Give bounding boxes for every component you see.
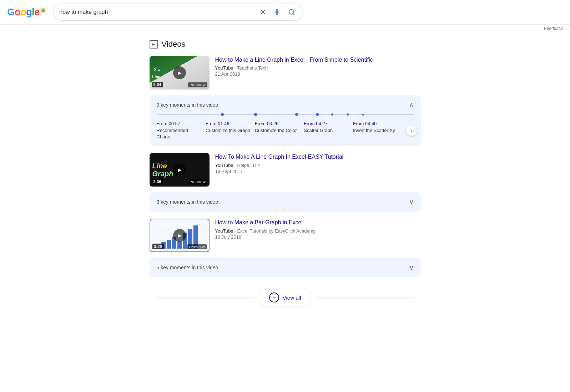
search-input[interactable]: how to make graph	[59, 9, 258, 15]
duration-badge-3: 3:20	[152, 244, 164, 249]
video-thumbnail-2[interactable]: Line Graph 2:36 PREVIEW	[150, 153, 210, 187]
key-moment-item-1: From 00:57 Recommended Charts	[157, 121, 206, 140]
divider-right	[317, 297, 413, 298]
video-channel-1: Teacher's Tech	[237, 65, 268, 71]
timeline-dot-6	[347, 113, 349, 116]
timeline-dot-1	[221, 113, 224, 116]
key-moment-item-5: From 04:40 Insert the Scatter Xy	[353, 121, 414, 140]
video-thumbnail-3[interactable]: 3:20 PREVIEW	[150, 219, 210, 252]
video-source-3: YouTube	[215, 228, 233, 234]
play-button-2[interactable]	[173, 163, 186, 176]
bar-2	[167, 240, 171, 249]
videos-section-header: Videos	[150, 40, 421, 49]
video-channel-2: Helpful DIY	[237, 163, 261, 168]
video-info-1: How to Make a Line Graph in Excel - From…	[215, 56, 421, 77]
video-info-3: How to Make a Bar Graph in Excel YouTube…	[215, 219, 421, 239]
key-moments-list-1: From 00:57 Recommended Charts From 01:46…	[157, 121, 414, 140]
clear-button[interactable]	[258, 7, 268, 17]
feedback-area: Feedback	[0, 25, 570, 32]
video-info-2: How To Make A Line Graph In Excel-EASY T…	[215, 153, 421, 174]
microphone-icon	[273, 9, 281, 16]
feedback-link[interactable]: Feedback	[544, 26, 563, 31]
excel-badge: X ≡	[152, 67, 162, 72]
play-button-1[interactable]	[173, 66, 186, 79]
video-source-1: YouTube	[215, 65, 233, 71]
video-meta-1: YouTube · Teacher's Tech	[215, 65, 421, 71]
timeline-track-1	[157, 114, 414, 115]
key-moment-desc-5: Insert the Scatter Xy	[353, 127, 399, 134]
preview-badge-2: PREVIEW	[188, 179, 207, 184]
key-moments-label-3: 5 key moments in this video	[157, 265, 218, 270]
key-moment-item-3: From 03:26 Customize the Color	[255, 121, 304, 140]
search-bar-icons	[258, 7, 297, 17]
line-text-2: Graph	[152, 170, 173, 178]
video-meta-3: YouTube · Excel Tutorials by EasyClick A…	[215, 228, 421, 234]
video-title-3[interactable]: How to Make a Bar Graph in Excel	[215, 219, 303, 225]
key-moment-item-2: From 01:46 Customize this Graph	[206, 121, 255, 140]
timeline-dot-3	[295, 113, 298, 116]
key-moment-time-1[interactable]: From 00:57	[157, 121, 203, 126]
video-card-1: X ≡ Line 9:04 PREVIEW How to Make a Line…	[150, 56, 421, 90]
bar-4	[177, 241, 182, 249]
google-logo: Google 🐱	[7, 6, 47, 18]
key-moments-label-2: 3 key moments in this video	[157, 199, 218, 205]
voice-search-button[interactable]	[272, 7, 282, 17]
key-moments-collapsed-3[interactable]: 5 key moments in this video ∨	[150, 258, 421, 277]
key-moment-time-3[interactable]: From 03:26	[255, 121, 301, 126]
key-moment-time-5[interactable]: From 04:40	[353, 121, 399, 126]
video-date-2: 19 Sept 2017	[215, 169, 421, 174]
line-label: Line	[152, 75, 161, 79]
key-moment-desc-4: Scatter Graph	[304, 127, 350, 134]
divider-left	[157, 297, 253, 298]
preview-badge-1: PREVIEW	[188, 82, 207, 87]
timeline-dot-5	[331, 113, 333, 116]
key-moment-desc-3: Customize the Color	[255, 127, 301, 134]
video-card-2: Line Graph 2:36 PREVIEW How To Make A Li…	[150, 153, 421, 187]
view-all-button[interactable]: → View all	[259, 288, 311, 307]
timeline-dot-2	[254, 113, 257, 116]
close-icon	[260, 9, 266, 15]
play-button-3[interactable]	[173, 229, 186, 242]
key-moments-collapsed-2[interactable]: 3 key moments in this video ∨	[150, 192, 421, 212]
search-bar: how to make graph	[53, 4, 303, 21]
next-moments-button-1[interactable]: ›	[406, 125, 417, 136]
expand-button-2[interactable]: ∨	[409, 198, 414, 206]
key-moment-time-2[interactable]: From 01:46	[206, 121, 252, 126]
timeline-dot-4	[316, 113, 319, 116]
line-text-1: Line	[152, 162, 167, 170]
collapse-button-1[interactable]: ∧	[409, 101, 414, 109]
video-card-3: 3:20 PREVIEW How to Make a Bar Graph in …	[150, 219, 421, 252]
video-title-2[interactable]: How To Make A Line Graph In Excel-EASY T…	[215, 154, 344, 160]
view-all-container: → View all	[150, 288, 421, 307]
key-moment-time-4[interactable]: From 04:27	[304, 121, 350, 126]
view-all-label: View all	[283, 295, 301, 301]
expand-button-3[interactable]: ∨	[409, 264, 414, 271]
video-meta-2: YouTube · Helpful DIY	[215, 163, 421, 168]
video-date-1: 21 Apr 2019	[215, 71, 421, 77]
video-channel-3: Excel Tutorials by EasyClick Academy	[237, 228, 316, 234]
video-title-1[interactable]: How to Make a Line Graph in Excel - From…	[215, 57, 373, 63]
key-moment-desc-1: Recommended Charts	[157, 127, 203, 140]
key-moments-header-1: 9 key moments in this video ∧	[157, 101, 414, 109]
search-icon	[288, 8, 296, 16]
video-source-2: YouTube	[215, 163, 233, 168]
timeline-dot-7	[362, 114, 364, 116]
page-header: Google 🐱 how to make graph	[0, 0, 570, 25]
arrow-circle-icon: →	[269, 292, 279, 302]
video-thumbnail-1[interactable]: X ≡ Line 9:04 PREVIEW	[150, 56, 210, 90]
video-date-3: 10 July 2019	[215, 234, 421, 240]
arrow-icon: →	[272, 295, 277, 300]
videos-section-icon	[150, 40, 158, 49]
duration-badge-1: 9:04	[152, 82, 163, 87]
key-moments-card-1: 9 key moments in this video ∧ From 00:57…	[150, 95, 421, 146]
preview-badge-3: PREVIEW	[187, 244, 206, 249]
search-button[interactable]	[286, 7, 297, 17]
duration-badge-2: 2:36	[152, 179, 163, 184]
key-moment-item-4: From 04:27 Scatter Graph	[304, 121, 353, 140]
videos-section-title: Videos	[162, 40, 186, 49]
main-content: Videos X ≡ Line 9:04 PREVIEW How to Make…	[142, 32, 428, 314]
timeline-1	[157, 114, 414, 115]
key-moments-label-1: 9 key moments in this video	[157, 102, 218, 108]
key-moment-desc-2: Customize this Graph	[206, 127, 252, 134]
